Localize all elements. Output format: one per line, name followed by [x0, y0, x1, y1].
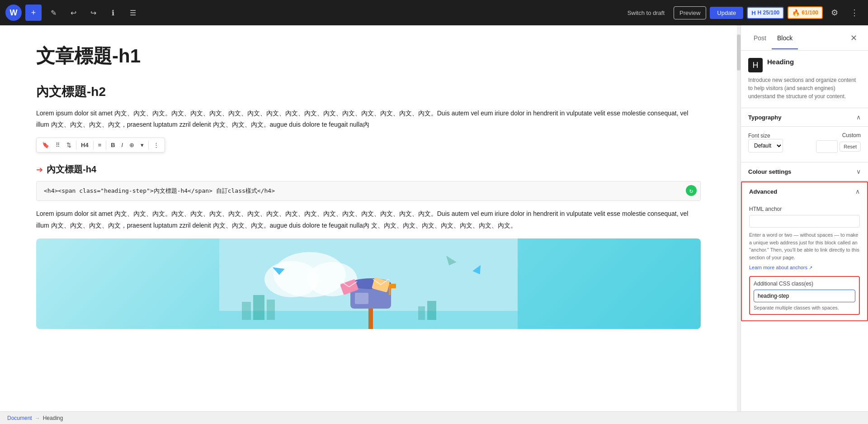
heading-type-tool[interactable]: H4 — [78, 140, 91, 150]
flame-icon: 🔥 — [792, 9, 800, 16]
toolbar-sep-2 — [93, 141, 94, 150]
dropdown-tool[interactable]: ▾ — [138, 140, 146, 150]
redo-icon: ↪ — [90, 9, 96, 17]
typography-section-header[interactable]: Typography ∧ — [741, 108, 868, 127]
link-tool[interactable]: ⊕ — [127, 140, 137, 150]
block-info-text: Heading — [767, 58, 794, 66]
scrollbar-thumb[interactable] — [737, 34, 741, 71]
toolbar-sep-4 — [148, 141, 149, 150]
heading-h4[interactable]: 內文標題-h4 — [47, 163, 96, 176]
bold-icon: B — [111, 142, 115, 148]
align-tool[interactable]: ≡ — [95, 140, 104, 150]
preview-button[interactable]: Preview — [674, 6, 706, 19]
custom-label: Custom — [842, 132, 861, 138]
more-icon: ⋮ — [153, 142, 159, 148]
typography-chevron-icon: ∧ — [856, 114, 861, 121]
update-button[interactable]: Update — [710, 7, 743, 19]
font-size-label: Font size — [748, 133, 812, 139]
bookmark-tool[interactable]: 🔖 — [39, 140, 52, 150]
custom-input-row: Reset — [816, 140, 861, 153]
switch-draft-button[interactable]: Switch to draft — [622, 7, 670, 19]
more-options-button[interactable]: ⋮ — [846, 5, 863, 21]
arrow-indicator: ➔ — [36, 165, 43, 175]
editor-container: 文章標題-h1 內文標題-h2 Lorem ipsum dolor sit am… — [0, 25, 741, 411]
paragraph-2[interactable]: Lorem ipsum dolor sit amet 內文、內文、內文。內文、內… — [36, 208, 701, 231]
heading-h1[interactable]: 文章標題-h1 — [36, 43, 701, 69]
top-toolbar: W + ✎ ↩ ↪ ℹ ☰ Switch to draft Preview Up… — [0, 0, 868, 25]
move-icon: ⇅ — [66, 142, 71, 148]
code-content: <h4><span class="heading-step">內文標題-h4</… — [44, 187, 275, 194]
toolbar-sep-1 — [76, 141, 76, 150]
wp-logo[interactable]: W — [5, 5, 22, 21]
advanced-section: Advanced ∧ HTML anchor Enter a word or t… — [741, 181, 868, 321]
typography-section-content: Font size Default Custom Reset — [741, 127, 868, 162]
css-classes-label: Additional CSS class(es) — [754, 281, 855, 287]
drag-tool[interactable]: ⠿ — [53, 140, 63, 150]
svg-rect-24 — [427, 301, 436, 320]
flame-score-badge[interactable]: 🔥 61/100 — [788, 6, 823, 19]
svg-rect-23 — [418, 306, 425, 320]
font-size-row: Font size Default Custom Reset — [748, 132, 861, 153]
panel-tabs: Post Block ✕ — [741, 25, 868, 51]
heading-type-label: H4 — [81, 142, 89, 148]
gear-icon: ⚙ — [831, 8, 838, 18]
learn-more-anchor-link[interactable]: Learn more about anchors ↗ — [749, 265, 812, 270]
block-tab[interactable]: Block — [772, 31, 798, 45]
bold-tool[interactable]: B — [108, 140, 118, 150]
advanced-header[interactable]: Advanced ∧ — [742, 182, 867, 200]
document-breadcrumb[interactable]: Document — [7, 415, 32, 421]
info-icon: ℹ — [112, 9, 114, 17]
advanced-chevron-icon: ∧ — [855, 188, 860, 195]
h-score-badge[interactable]: H H 25/100 — [747, 7, 784, 19]
font-size-select[interactable]: Default — [748, 139, 783, 152]
right-panel: Post Block ✕ H Heading Introduce new sec… — [741, 25, 868, 411]
info-button[interactable]: ℹ — [105, 5, 121, 21]
dropdown-icon: ▾ — [141, 142, 144, 148]
paragraph-1[interactable]: Lorem ipsum dolor sit amet 內文、內文、內文。內文、內… — [36, 108, 701, 130]
main-layout: 文章標題-h1 內文標題-h2 Lorem ipsum dolor sit am… — [0, 25, 868, 411]
colour-settings-header[interactable]: Colour settings ∨ — [741, 162, 868, 181]
list-view-button[interactable]: ☰ — [125, 5, 141, 21]
advanced-content: HTML anchor Enter a word or two — withou… — [742, 200, 867, 320]
colour-settings-label: Colour settings — [748, 168, 791, 175]
undo-button[interactable]: ↩ — [65, 5, 81, 21]
editor-scrollbar[interactable] — [737, 25, 741, 411]
h-score-value: H 25/100 — [758, 10, 780, 16]
add-block-button[interactable]: + — [25, 5, 42, 21]
more-tool[interactable]: ⋮ — [151, 140, 162, 150]
css-classes-input[interactable] — [754, 290, 855, 302]
italic-icon: I — [122, 142, 123, 148]
drag-icon: ⠿ — [56, 142, 60, 148]
block-icon: H — [748, 58, 763, 72]
css-classes-hint: Separate multiple classes with spaces. — [754, 305, 855, 310]
list-view-icon: ☰ — [130, 9, 136, 17]
italic-tool[interactable]: I — [119, 140, 126, 150]
svg-rect-10 — [389, 284, 396, 288]
colour-settings-chevron-icon: ∨ — [856, 168, 861, 175]
learn-more-label: Learn more about anchors — [749, 265, 807, 270]
editor-scroll[interactable]: 文章標題-h1 內文標題-h2 Lorem ipsum dolor sit am… — [0, 25, 737, 411]
block-info-header: H Heading — [748, 58, 861, 72]
post-tab[interactable]: Post — [748, 31, 772, 45]
settings-button[interactable]: ⚙ — [826, 5, 843, 21]
typography-label: Typography — [748, 114, 781, 121]
refresh-button[interactable]: ↻ — [686, 185, 697, 196]
reset-button[interactable]: Reset — [840, 142, 861, 152]
code-block[interactable]: <h4><span class="heading-step">內文標題-h4</… — [36, 181, 701, 201]
bookmark-icon: 🔖 — [42, 142, 49, 148]
link-icon: ⊕ — [129, 142, 134, 148]
block-info: H Heading Introduce new sections and org… — [741, 51, 868, 108]
move-tool[interactable]: ⇅ — [64, 140, 74, 150]
heading-block-icon: H — [753, 61, 759, 70]
html-anchor-input[interactable] — [749, 215, 860, 228]
close-panel-button[interactable]: ✕ — [846, 31, 861, 45]
redo-button[interactable]: ↪ — [85, 5, 101, 21]
anchor-description: Enter a word or two — without spaces — t… — [749, 231, 860, 261]
custom-size-input[interactable] — [816, 140, 838, 153]
heading-breadcrumb: Heading — [43, 415, 63, 421]
heading-h2[interactable]: 內文標題-h2 — [36, 83, 701, 100]
external-link-icon: ↗ — [809, 265, 812, 270]
tools-button[interactable]: ✎ — [45, 5, 61, 21]
breadcrumb-separator: → — [35, 415, 40, 421]
block-toolbar-wrapper: 🔖 ⠿ ⇅ H4 ≡ — [36, 138, 701, 156]
